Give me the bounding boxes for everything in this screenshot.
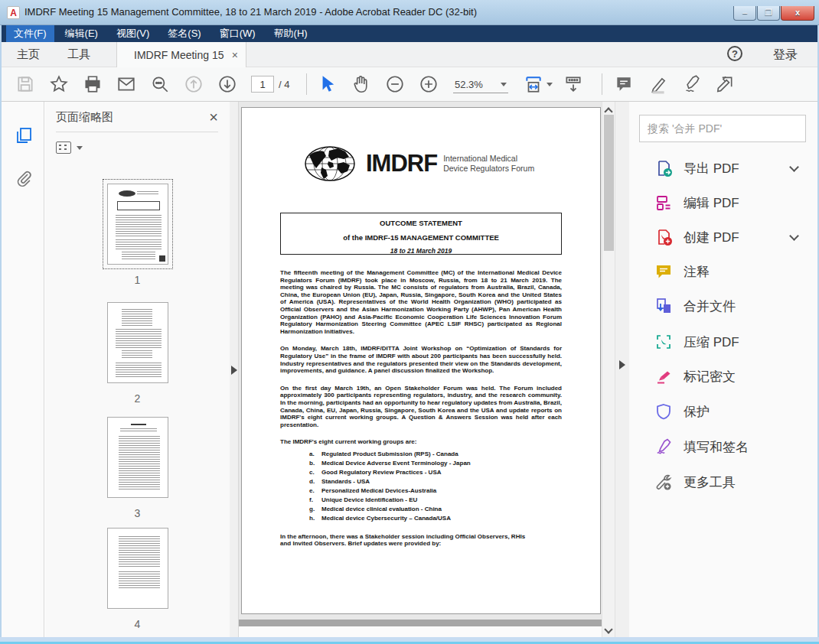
minimize-button[interactable]: – [733,6,756,21]
options-list-icon [56,141,71,154]
page-2-preview[interactable] [107,302,168,383]
tool-export-pdf[interactable]: 导出 PDF [629,151,817,185]
menu-sign[interactable]: 签名(S) [160,25,208,42]
hide-toolbar-icon[interactable] [563,74,583,94]
fit-options-caret[interactable] [547,83,553,86]
navigation-rail [2,102,44,637]
toolbar-divider [602,73,602,95]
tab-document[interactable]: IMDRF Meeting 15... × [116,42,246,67]
vertical-scrollbar-thumb[interactable] [604,115,614,251]
right-panel-splitter[interactable] [615,102,629,637]
sign-in-button[interactable]: 登录 [773,47,798,63]
tab-tools[interactable]: 工具 [67,47,90,62]
chevron-down-icon [77,146,83,150]
zoom-level-combo[interactable]: 52.3% [453,76,508,93]
next-page-icon[interactable] [217,74,237,94]
fill-sign-icon [654,437,673,456]
save-icon[interactable] [15,74,35,94]
tab-close-icon[interactable]: × [232,49,238,61]
thumbnail-page-3[interactable]: 3 [45,417,230,519]
tool-protect[interactable]: 保护 [629,395,817,428]
menu-window[interactable]: 窗口(W) [212,25,263,42]
page-4-preview[interactable] [107,528,168,609]
vertical-scrollbar[interactable] [602,102,615,637]
page-number-label: 4 [45,618,230,630]
panel-close-icon[interactable]: × [209,109,218,126]
tool-create-pdf[interactable]: 创建 PDF [629,220,817,254]
fill-sign-toolbar-icon[interactable] [681,74,701,94]
chevron-down-icon[interactable] [789,162,799,172]
tool-edit-pdf[interactable]: 编辑 PDF [629,186,817,220]
statement-date: 18 to 21 March 2019 [281,247,561,255]
menu-edit[interactable]: 编辑(E) [57,25,106,42]
tool-compress-pdf[interactable]: 压缩 PDF [629,325,817,359]
scroll-down-icon[interactable] [604,625,612,633]
tool-redact[interactable]: 标记密文 [629,359,817,393]
horizontal-scrollbar-thumb[interactable] [239,620,602,626]
thumbnail-page-4[interactable]: 4 [45,528,230,630]
highlight-icon[interactable] [648,74,668,94]
left-panel-splitter[interactable] [230,102,239,637]
help-icon[interactable]: ? [727,46,742,61]
horizontal-scrollbar-track[interactable] [239,626,602,637]
panel-title: 页面缩略图 [56,110,113,125]
close-button[interactable]: x [781,6,814,21]
title-bar: A IMDRF Meeting 15 Management Committee,… [0,0,819,25]
comment-icon[interactable] [614,74,634,94]
print-icon[interactable] [83,74,103,94]
document-viewport[interactable]: IMDRF International Medical Device Regul… [239,102,603,637]
menu-view[interactable]: 视图(V) [109,25,157,42]
tool-fill-sign[interactable]: 填写和签名 [629,430,817,463]
list-item: h.Medical device Cybersecurity – Canada/… [280,514,562,523]
tools-search-input[interactable] [639,115,806,142]
tab-bar: 主页 工具 IMDRF Meeting 15... × [0,42,819,67]
hand-tool-icon[interactable] [351,74,370,94]
redact-icon [654,367,673,385]
create-pdf-icon [654,228,673,246]
working-groups-intro: The IMDRF's eight current working groups… [280,438,562,446]
tool-more-tools[interactable]: 更多工具 [629,465,817,499]
list-item: a.Regulated Product Submission (RPS) - C… [280,450,562,459]
comment-tool-icon [654,262,673,281]
menu-help[interactable]: 帮助(H) [266,25,315,42]
zoom-level-value: 52.3% [455,79,483,90]
attachments-icon[interactable] [15,169,33,187]
send-sign-icon[interactable] [715,74,735,94]
menu-file[interactable]: 文件(F) [6,25,54,42]
previous-page-icon[interactable] [184,74,204,94]
restore-button[interactable]: ❐ [757,6,780,21]
combine-files-icon [654,297,673,315]
document-body: The fifteenth meeting of the Management … [280,269,562,548]
page-1-preview[interactable] [107,184,168,265]
zoom-in-icon[interactable] [419,74,439,94]
closing-paragraph: In the afternoon, there was a Stakeholde… [280,533,533,548]
tool-comment[interactable]: 注释 [629,255,817,288]
fit-width-icon[interactable] [524,74,543,94]
thumbnail-page-2[interactable]: 2 [45,302,230,405]
list-item: g.Medical device clinical evaluation - C… [280,505,562,514]
collapse-right-panel-icon[interactable] [619,360,625,369]
zoom-out-icon[interactable] [385,74,405,94]
thumbnail-options-button[interactable] [56,141,83,154]
star-icon[interactable] [49,74,69,94]
window-frame [0,637,819,644]
chevron-down-icon[interactable] [789,231,799,241]
page-number-input[interactable] [251,76,274,93]
collapse-left-panel-icon[interactable] [231,366,237,375]
protect-shield-icon [654,402,673,421]
page-3-preview[interactable] [107,417,168,498]
email-icon[interactable] [116,74,136,94]
page-thumbnails-icon[interactable] [15,126,33,145]
thumbnail-page-1[interactable]: 1 [45,184,230,286]
page-number-label: 2 [45,392,230,405]
search-icon[interactable] [150,74,170,94]
select-tool-icon[interactable] [317,74,337,94]
list-item: e.Personalized Medical Devices-Australia [280,486,562,496]
tool-combine-files[interactable]: 合并文件 [629,289,817,323]
tools-panel: 导出 PDF 编辑 PDF 创建 PDF 注释 合并文件 [629,102,817,637]
tab-home[interactable]: 主页 [17,47,40,62]
more-tools-wrench-icon [654,473,673,491]
list-item: b.Medical Device Adverse Event Terminolo… [280,459,562,468]
imdrf-wordmark: IMDRF [366,150,437,177]
view-indicator [159,255,165,262]
